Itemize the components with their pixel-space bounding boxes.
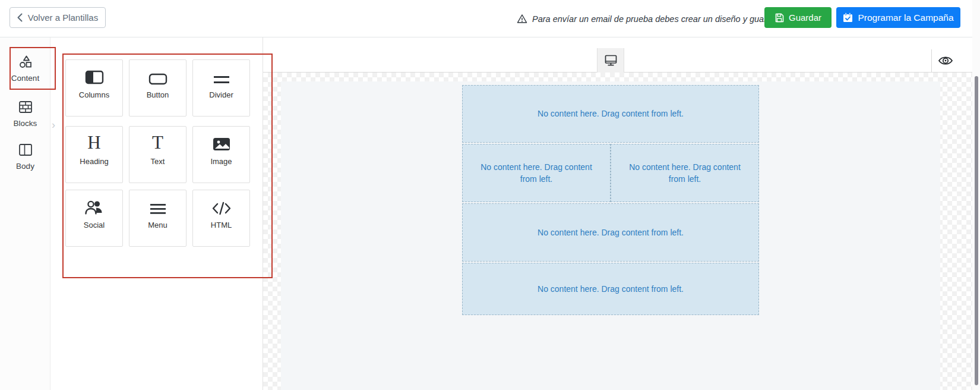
tab-blocks-label: Blocks	[14, 119, 37, 128]
tool-label: Text	[151, 157, 165, 166]
preview-eye-icon	[938, 55, 953, 67]
tool-label: Button	[147, 90, 169, 99]
tool-label: Heading	[80, 157, 108, 166]
dropzone-text: No content here. Drag content from left.	[538, 227, 684, 238]
tool-label: Columns	[79, 90, 109, 99]
tool-columns[interactable]: Columns	[65, 59, 123, 117]
menu-icon	[149, 197, 167, 215]
editor-mode-rail: Content Blocks Body	[0, 37, 50, 390]
preview-button[interactable]	[937, 52, 954, 69]
tab-blocks[interactable]: Blocks	[0, 99, 50, 131]
button-icon	[148, 67, 167, 85]
divider-icon	[213, 67, 230, 85]
schedule-button-label: Programar la Campaña	[858, 12, 953, 23]
tool-divider[interactable]: Divider	[192, 59, 250, 117]
design-canvas: No content here. Drag content from left.…	[263, 37, 972, 390]
save-button-label: Guardar	[789, 12, 821, 23]
desktop-view-tab[interactable]	[597, 48, 624, 73]
email-body[interactable]: No content here. Drag content from left.…	[281, 81, 940, 390]
bricks-icon	[18, 99, 33, 115]
back-to-templates-button[interactable]: Volver a Plantillas	[10, 7, 106, 28]
tool-label: Menu	[148, 221, 167, 229]
columns-icon	[85, 67, 104, 85]
tool-label: Image	[210, 157, 232, 166]
tool-button[interactable]: Button	[129, 59, 186, 117]
tool-image[interactable]: Image	[192, 126, 250, 183]
tool-social[interactable]: Social	[65, 190, 123, 247]
html-code-icon	[211, 197, 232, 215]
dropzone-row-4[interactable]: No content here. Drag content from left.	[462, 263, 759, 315]
layout-icon	[18, 142, 33, 158]
tab-content[interactable]: Content	[0, 54, 50, 86]
dropzone-text: No content here. Drag content from left.	[538, 283, 684, 295]
dropzone-row-1[interactable]: No content here. Drag content from left.	[462, 85, 759, 143]
email-campaign-editor: Volver a Plantillas Para envíar un email…	[0, 0, 980, 390]
canvas-background: No content here. Drag content from left.…	[263, 73, 972, 390]
content-tools-panel: Columns Button Divider H Heading	[50, 37, 263, 390]
top-bar: Volver a Plantillas Para envíar un email…	[0, 0, 980, 37]
save-button[interactable]: Guardar	[764, 7, 832, 28]
tool-label: Divider	[209, 90, 233, 99]
tab-body-label: Body	[16, 162, 34, 171]
heading-icon: H	[87, 134, 100, 152]
save-warning: Para envíar un email de prueba debes cre…	[517, 0, 781, 37]
dropzone-row-3[interactable]: No content here. Drag content from left.	[462, 203, 759, 262]
dropzone-text: No content here. Drag content from left.	[476, 161, 597, 185]
floppy-save-icon	[774, 13, 784, 23]
chevron-left-icon	[17, 13, 23, 22]
shapes-icon	[18, 54, 33, 70]
canvas-toolbar	[263, 37, 972, 73]
warning-triangle-icon	[517, 14, 527, 24]
toolbar-divider	[931, 49, 932, 73]
tool-label: HTML	[211, 221, 232, 229]
tab-body[interactable]: Body	[0, 142, 50, 174]
dropzone-text: No content here. Drag content from left.	[538, 108, 684, 119]
warning-text: Para envíar un email de prueba debes cre…	[532, 14, 781, 24]
desktop-monitor-icon	[604, 54, 618, 67]
dropzone-row-2-col-2[interactable]: No content here. Drag content from left.	[611, 144, 759, 202]
back-button-label: Volver a Plantillas	[28, 12, 98, 23]
schedule-campaign-button[interactable]: Programar la Campaña	[836, 7, 960, 28]
page-scrollbar-thumb[interactable]	[975, 76, 978, 385]
calendar-check-icon	[843, 12, 853, 23]
dropzone-row-2: No content here. Drag content from left.…	[462, 144, 759, 202]
social-icon	[84, 197, 105, 215]
tab-content-label: Content	[11, 74, 39, 83]
tool-html[interactable]: HTML	[192, 190, 250, 247]
text-icon: T	[152, 134, 163, 152]
panel-collapse-chevron-icon[interactable]: ›	[52, 119, 55, 130]
page-scrollbar	[972, 0, 980, 390]
image-icon	[212, 134, 231, 152]
dropzone-row-2-col-1[interactable]: No content here. Drag content from left.	[462, 144, 611, 202]
tool-text[interactable]: T Text	[129, 126, 186, 183]
tool-label: Social	[84, 221, 105, 229]
tool-menu[interactable]: Menu	[129, 190, 186, 247]
tool-heading[interactable]: H Heading	[65, 126, 123, 183]
dropzone-text: No content here. Drag content from left.	[624, 161, 745, 185]
